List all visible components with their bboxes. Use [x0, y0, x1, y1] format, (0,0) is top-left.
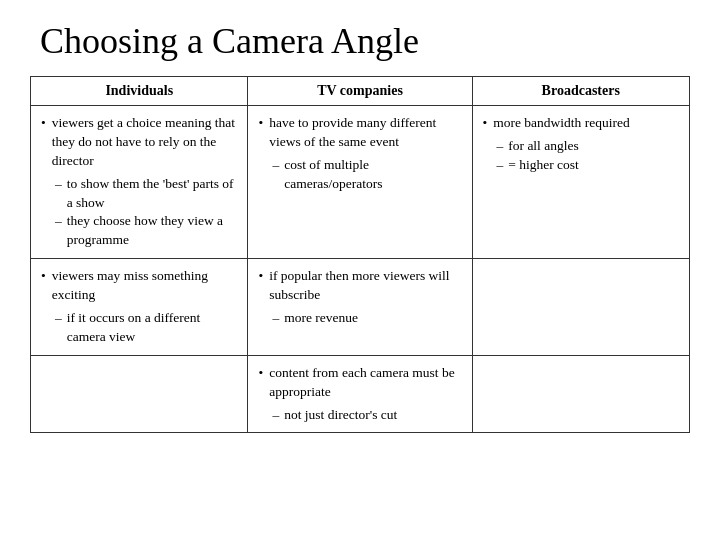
cell-r3-individuals [31, 355, 248, 433]
r1-tv-sub1: cost of multiple cameras/operators [284, 156, 461, 194]
comparison-table: Individuals TV companies Broadcasters vi… [30, 76, 690, 433]
cell-r3-broadcast [472, 355, 689, 433]
r1-bc-sub1: for all angles [508, 137, 578, 156]
r2-tv-bullet: if popular then more viewers will subscr… [269, 267, 461, 305]
cell-r1-tv: have to provide many different views of … [248, 106, 472, 259]
r3-tv-bullet: content from each camera must be appropr… [269, 364, 461, 402]
table-row: viewers get a choice meaning that they d… [31, 106, 690, 259]
header-individuals: Individuals [31, 77, 248, 106]
r1-ind-sub1: to show them the 'best' parts of a show [67, 175, 238, 213]
r2-ind-bullet: viewers may miss something exciting [52, 267, 238, 305]
cell-r1-individuals: viewers get a choice meaning that they d… [31, 106, 248, 259]
header-tv-companies: TV companies [248, 77, 472, 106]
cell-r2-individuals: viewers may miss something exciting if i… [31, 259, 248, 356]
r1-bc-sub2: = higher cost [508, 156, 579, 175]
r1-tv-bullet: have to provide many different views of … [269, 114, 461, 152]
cell-r1-broadcast: more bandwidth required for all angles =… [472, 106, 689, 259]
cell-r2-tv: if popular then more viewers will subscr… [248, 259, 472, 356]
r2-ind-sub1: if it occurs on a different camera view [67, 309, 238, 347]
page: Choosing a Camera Angle Individuals TV c… [0, 0, 720, 540]
r1-ind-bullet: viewers get a choice meaning that they d… [52, 114, 238, 171]
r1-bc-bullet: more bandwidth required [493, 114, 679, 133]
cell-r3-tv: content from each camera must be appropr… [248, 355, 472, 433]
table-row: viewers may miss something exciting if i… [31, 259, 690, 356]
r1-ind-sub2: they choose how they view a programme [67, 212, 238, 250]
r2-tv-sub1: more revenue [284, 309, 358, 328]
r3-tv-sub1: not just director's cut [284, 406, 397, 425]
cell-r2-broadcast [472, 259, 689, 356]
page-title: Choosing a Camera Angle [30, 20, 690, 62]
table-row: content from each camera must be appropr… [31, 355, 690, 433]
header-broadcasters: Broadcasters [472, 77, 689, 106]
